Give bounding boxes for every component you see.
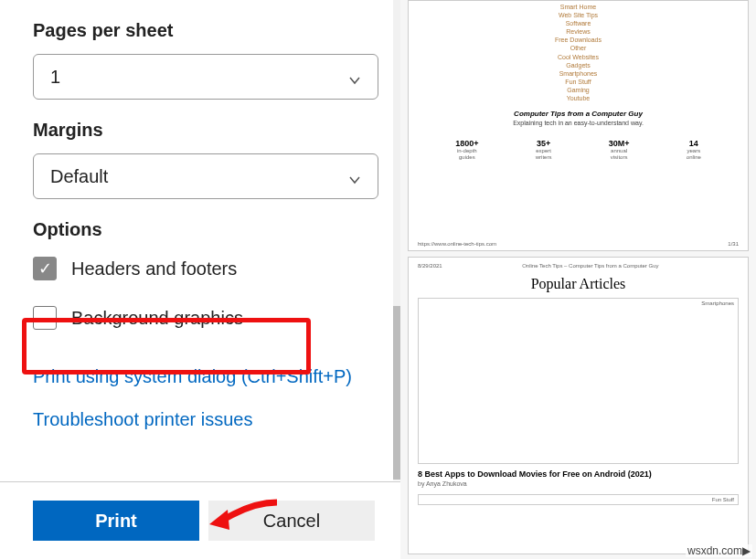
options-label: Options — [33, 219, 367, 240]
print-preview-panel: Smart Home Web Site Tips Software Review… — [400, 0, 756, 559]
preview-thumbnail-placeholder — [422, 306, 734, 461]
troubleshoot-link[interactable]: Troubleshoot printer issues — [33, 409, 367, 430]
preview-article-card: Smartphones — [418, 298, 739, 464]
preview-tagline: Explaining tech in an easy-to-understand… — [418, 120, 739, 126]
stat-item: 30M+ annual visitors — [609, 139, 630, 160]
stat-item: 35+ expert writers — [536, 139, 552, 160]
background-graphics-checkbox[interactable] — [33, 306, 57, 330]
stat-item: 1800+ in-depth guides — [455, 139, 478, 160]
preview-subtitle: Computer Tips from a Computer Guy — [418, 110, 739, 118]
preview-article-byline: by Anya Zhukova — [418, 480, 739, 487]
preview-article-card: Fun Stuff — [418, 494, 739, 505]
background-graphics-option[interactable]: Background graphics — [33, 302, 367, 333]
preview-page-header: 8/29/2021 Online Tech Tips – Computer Ti… — [418, 263, 739, 269]
headers-footers-checkbox[interactable]: ✓ — [33, 257, 57, 280]
cancel-button[interactable]: Cancel — [208, 501, 375, 541]
preview-page-footer: https://www.online-tech-tips.com 1/31 — [418, 241, 739, 247]
pages-per-sheet-select[interactable]: 1 — [33, 54, 378, 100]
preview-category-list: Smart Home Web Site Tips Software Review… — [418, 3, 739, 102]
check-icon: ✓ — [38, 260, 52, 277]
print-button[interactable]: Print — [33, 501, 199, 541]
preview-stats-row: 1800+ in-depth guides 35+ expert writers… — [418, 139, 739, 160]
chevron-down-icon — [348, 70, 361, 83]
pages-per-sheet-value: 1 — [50, 67, 60, 88]
watermark: wsxdn.com▶ — [686, 544, 752, 557]
margins-value: Default — [50, 166, 108, 187]
preview-article-title: 8 Best Apps to Download Movies for Free … — [418, 469, 739, 479]
preview-heading: Popular Articles — [418, 276, 739, 292]
triangle-icon: ▶ — [742, 544, 751, 557]
dialog-footer: Print Cancel — [0, 481, 400, 559]
system-dialog-link[interactable]: Print using system dialog (Ctrl+Shift+P) — [33, 366, 367, 387]
margins-label: Margins — [33, 120, 367, 141]
stat-item: 14 years online — [687, 139, 701, 160]
pages-per-sheet-label: Pages per sheet — [33, 20, 367, 41]
background-graphics-label: Background graphics — [71, 308, 243, 329]
margins-select[interactable]: Default — [33, 153, 378, 199]
headers-footers-label: Headers and footers — [71, 258, 237, 280]
preview-page-1: Smart Home Web Site Tips Software Review… — [408, 0, 749, 251]
chevron-down-icon — [348, 170, 361, 183]
preview-page-2: 8/29/2021 Online Tech Tips – Computer Ti… — [408, 257, 749, 554]
headers-footers-option[interactable]: ✓ Headers and footers — [33, 253, 367, 284]
print-settings-panel: Pages per sheet 1 Margins Default Option… — [0, 0, 400, 559]
